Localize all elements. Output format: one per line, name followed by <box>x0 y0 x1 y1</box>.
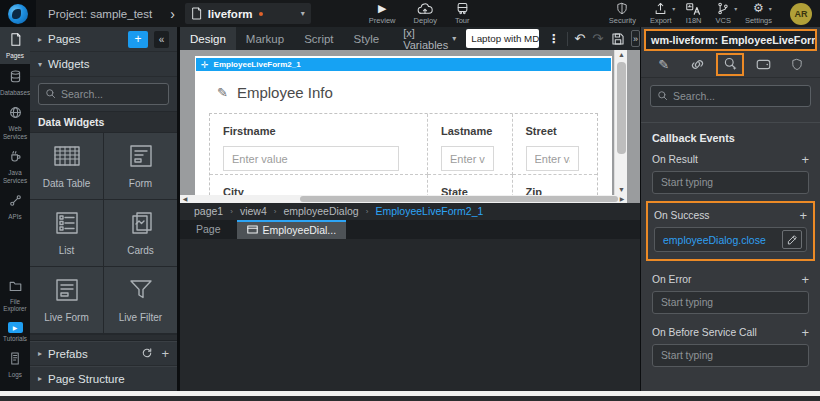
widget-search-input[interactable] <box>61 88 162 100</box>
form-field-firstname[interactable]: Firstname <box>210 114 428 175</box>
form-field-zip[interactable]: Zip <box>513 175 598 195</box>
rail-item-apis[interactable]: APIs <box>0 188 30 225</box>
page-selector-dropdown[interactable]: liveform ▾ <box>185 3 311 24</box>
rail-item-logs[interactable]: Logs <box>0 346 30 383</box>
event-on-result: On Result + <box>652 148 809 201</box>
event-on-success: On Success + employeeDialog.close <box>646 201 815 261</box>
add-prefab-button[interactable]: + <box>161 346 169 361</box>
variables-button[interactable]: [x] Variables ▾ <box>403 27 456 51</box>
design-canvas[interactable]: ✛ EmployeeLiveForm2_1 ✎ Employee Info Fi… <box>180 50 640 203</box>
widget-live-form[interactable]: Live Form <box>30 267 103 333</box>
widget-data-table[interactable]: Data Table <box>30 133 103 199</box>
add-handler-button[interactable]: + <box>799 208 807 223</box>
preview-button[interactable]: ▶ Preview <box>369 3 396 25</box>
kebab-menu-icon[interactable]: ⋮ <box>548 32 560 46</box>
vcs-button[interactable]: ▾ VCS <box>715 3 730 25</box>
tour-button[interactable]: Tour <box>455 3 470 25</box>
device-tab-icon[interactable] <box>750 53 778 76</box>
scroll-down-icon[interactable]: ▼ <box>615 185 628 195</box>
scrollbar-thumb[interactable] <box>300 196 618 202</box>
events-tab-icon[interactable] <box>716 53 744 76</box>
pages-section-row[interactable]: ▸ Pages + « <box>30 27 177 52</box>
rail-item-file-explorer[interactable]: File Explorer <box>0 273 30 317</box>
security-tab-shield-icon[interactable] <box>783 53 811 76</box>
rail-item-pages[interactable]: Pages <box>0 27 30 64</box>
save-button[interactable] <box>611 32 625 46</box>
tab-employee-dialog[interactable]: EmployeeDial... <box>237 220 347 239</box>
settings-button[interactable]: ⚙ ▾ Settings <box>745 3 772 25</box>
breadcrumb-employeedialog[interactable]: employeeDialog <box>283 205 358 217</box>
scroll-up-icon[interactable]: ▲ <box>615 50 628 60</box>
inspector-search-input[interactable] <box>673 90 804 102</box>
add-handler-button[interactable]: + <box>801 152 809 167</box>
globe-icon <box>9 105 22 123</box>
add-page-button[interactable]: + <box>128 31 148 48</box>
funnel-icon <box>128 278 154 306</box>
add-handler-button[interactable]: + <box>801 272 809 287</box>
form-field-lastname[interactable]: Lastname <box>428 114 513 175</box>
rail-item-tutorials[interactable]: ▶ Tutorials <box>0 317 30 347</box>
window-bottom-edge <box>0 396 820 401</box>
on-error-input[interactable] <box>652 291 809 314</box>
pages-icon <box>9 32 22 50</box>
properties-tab-pencil-icon[interactable]: ✎ <box>650 53 678 76</box>
tab-design[interactable]: Design <box>180 27 236 50</box>
on-result-input[interactable] <box>652 171 809 194</box>
database-icon <box>9 69 22 87</box>
field-input[interactable] <box>441 146 494 171</box>
form-field-city[interactable]: City <box>210 175 428 195</box>
on-success-handler-link[interactable]: employeeDialog.close <box>663 234 777 246</box>
form-field-street[interactable]: Street <box>513 114 598 175</box>
page-structure-row[interactable]: ▸ Page Structure <box>30 366 177 391</box>
refresh-icon[interactable] <box>141 345 153 363</box>
widget-search-box[interactable] <box>38 83 169 105</box>
scroll-left-icon[interactable]: ◀ <box>180 195 190 203</box>
rail-item-java-services[interactable]: Java Services <box>0 144 30 188</box>
scrollbar-thumb[interactable] <box>617 62 626 154</box>
rail-item-databases[interactable]: Databases <box>0 64 30 101</box>
app-logo[interactable] <box>0 0 36 27</box>
breadcrumb-page1[interactable]: page1 <box>194 205 223 217</box>
binding-tab-link-icon[interactable] <box>683 53 711 76</box>
unsaved-dot <box>259 12 263 16</box>
deploy-button[interactable]: Deploy <box>414 3 437 25</box>
form-field-state[interactable]: State <box>428 175 513 195</box>
scroll-right-icon[interactable]: ▶ <box>617 195 627 203</box>
selected-widget-bar[interactable]: ✛ EmployeeLiveForm2_1 <box>196 58 611 71</box>
widget-live-filter[interactable]: Live Filter <box>104 267 177 333</box>
widget-form[interactable]: Form <box>104 133 177 199</box>
widget-list-item[interactable]: List <box>30 200 103 266</box>
tab-script[interactable]: Script <box>294 27 343 50</box>
document-tabs: Page EmployeeDial... <box>180 220 640 239</box>
breadcrumb-current[interactable]: EmployeeLiveForm2_1 <box>375 205 483 217</box>
tab-page[interactable]: Page <box>180 220 237 239</box>
form-title-row[interactable]: ✎ Employee Info <box>217 84 612 101</box>
user-avatar[interactable]: AR <box>790 3 812 25</box>
widget-cards[interactable]: Cards <box>104 200 177 266</box>
undo-button[interactable]: ↶ <box>574 31 585 46</box>
collapse-panel-button[interactable]: « <box>154 31 169 48</box>
widget-list: Data Widgets Data Table Form List <box>30 111 177 340</box>
tab-markup[interactable]: Markup <box>236 27 294 50</box>
add-handler-button[interactable]: + <box>801 325 809 340</box>
security-button[interactable]: Security <box>609 3 636 25</box>
chevron-right-icon: › <box>274 207 277 216</box>
horizontal-scrollbar[interactable]: ◀ ▶ <box>180 195 627 203</box>
on-before-service-call-input[interactable] <box>652 344 809 367</box>
inspector-search-box[interactable] <box>650 85 811 107</box>
tab-style[interactable]: Style <box>344 27 390 50</box>
device-select[interactable]: Laptop with MDPI Screen ▾ <box>466 29 539 48</box>
edit-handler-button[interactable] <box>782 230 802 249</box>
i18n-button[interactable]: I18N <box>686 3 702 25</box>
export-button[interactable]: ▾ Export <box>650 3 672 25</box>
widgets-section-row[interactable]: ▾ Widgets <box>30 52 177 77</box>
breadcrumb-view4[interactable]: view4 <box>240 205 267 217</box>
events-list: On Result + On Success + employeeDialog.… <box>641 148 820 374</box>
prefabs-row[interactable]: ▸ Prefabs + <box>30 341 177 366</box>
expand-toolbar-button[interactable]: » <box>631 30 640 47</box>
rail-item-web-services[interactable]: Web Services <box>0 100 30 144</box>
redo-button[interactable]: ↷ <box>592 31 603 46</box>
field-input[interactable] <box>223 146 399 171</box>
field-input[interactable] <box>526 146 580 171</box>
vertical-scrollbar[interactable]: ▲ ▼ <box>614 50 627 195</box>
